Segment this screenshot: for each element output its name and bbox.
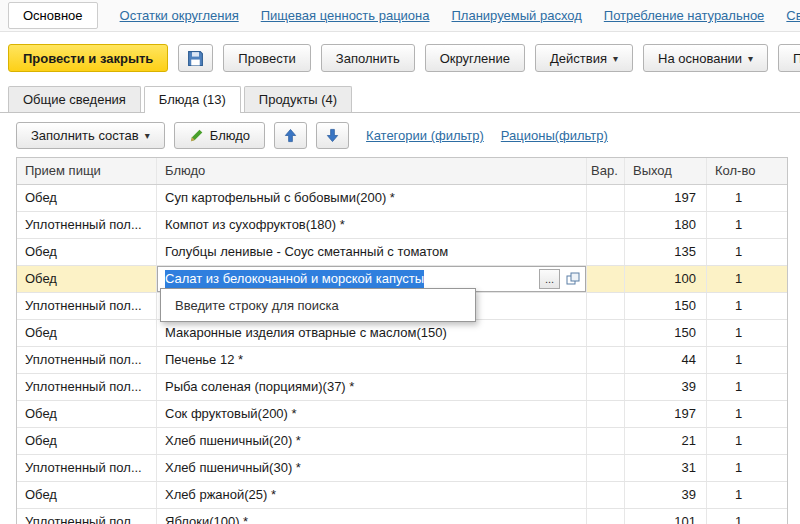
output-cell: 197 xyxy=(625,401,707,427)
dish-select-button[interactable]: ... xyxy=(539,269,560,289)
based-on-button-label: На основании xyxy=(658,51,742,66)
based-on-button[interactable]: На основании ▾ xyxy=(643,44,768,72)
nav-link-label: Связанн xyxy=(786,8,800,23)
table-row[interactable]: Уплотненный пол... Яблоки(100) * Яблоки(… xyxy=(17,509,787,524)
dish-cell: Рыба соленая (порциями)(37) * Рыба солен… xyxy=(157,374,587,400)
dish-cell: Сок фруктовый(200) * Сок фруктовый(200) … xyxy=(157,401,587,427)
nav-link-label: Потребление натуральное xyxy=(604,8,765,23)
meal-cell: Обед xyxy=(17,185,157,211)
dishes-table: Прием пищи Блюдо Вар. Выход Кол-во Обед … xyxy=(16,157,788,524)
move-down-button[interactable] xyxy=(316,122,349,149)
products-button[interactable]: Продукты xyxy=(778,44,800,72)
dish-cell: Суп картофельный с бобовыми(200) * Суп к… xyxy=(157,185,587,211)
dish-open-button[interactable] xyxy=(562,269,583,289)
dish-cell: Компот из сухофруктов(180) * Компот из с… xyxy=(157,212,587,238)
table-header: Прием пищи Блюдо Вар. Выход Кол-во xyxy=(17,158,787,185)
table-row[interactable]: Обед Хлеб ржаной(25) * Хлеб ржаной(25) *… xyxy=(17,482,787,509)
column-header-variant[interactable]: Вар. xyxy=(587,158,625,184)
nav-link[interactable]: Пищевая ценность рациона xyxy=(261,8,430,23)
meal-cell: Обед xyxy=(17,482,157,508)
page-tab-label: Продукты (4) xyxy=(259,92,337,107)
dish-cell: Хлеб ржаной(25) * Хлеб ржаной(25) * ... xyxy=(157,482,587,508)
move-up-button[interactable] xyxy=(274,122,307,149)
dish-label: Голубцы ленивые - Соус сметанный с томат… xyxy=(165,244,448,259)
meal-cell: Уплотненный пол... xyxy=(17,347,157,373)
meal-cell: Обед xyxy=(17,266,157,292)
output-cell: 21 xyxy=(625,428,707,454)
section-nav: Основное Остатки округления Пищевая ценн… xyxy=(0,0,800,32)
save-icon xyxy=(187,50,204,67)
dish-label: Сок фруктовый(200) * xyxy=(165,406,297,421)
dishes-toolbar: Заполнить состав ▾ Блюдо Категории (филь… xyxy=(0,113,800,157)
output-cell: 100 xyxy=(625,266,707,292)
fill-composition-button[interactable]: Заполнить состав ▾ xyxy=(16,122,165,149)
variant-cell xyxy=(587,239,625,265)
variant-cell xyxy=(587,509,625,524)
qty-cell: 1 xyxy=(707,401,787,427)
table-body: Обед Суп картофельный с бобовыми(200) * … xyxy=(17,185,787,524)
nav-link[interactable]: Потребление натуральное xyxy=(604,8,765,23)
search-dropdown[interactable]: Введите строку для поиска xyxy=(160,288,476,322)
output-cell: 135 xyxy=(625,239,707,265)
variant-cell xyxy=(587,266,625,292)
meal-cell: Обед xyxy=(17,401,157,427)
qty-cell: 1 xyxy=(707,185,787,211)
dish-cell: Голубцы ленивые - Соус сметанный с томат… xyxy=(157,239,587,265)
output-cell: 150 xyxy=(625,320,707,346)
rations-filter-link[interactable]: Рационы(фильтр) xyxy=(501,128,608,143)
table-row[interactable]: Обед Сок фруктовый(200) * Сок фруктовый(… xyxy=(17,401,787,428)
column-header-meal[interactable]: Прием пищи xyxy=(17,158,157,184)
nav-link-label: Основное xyxy=(23,8,83,23)
pencil-icon xyxy=(189,128,204,143)
page-tab[interactable]: Блюда (13) xyxy=(144,86,241,113)
post-button[interactable]: Провести xyxy=(223,44,311,72)
table-row[interactable]: Уплотненный пол... Печенье 12 * Печенье … xyxy=(17,347,787,374)
column-header-output[interactable]: Выход xyxy=(625,158,707,184)
dish-label: Суп картофельный с бобовыми(200) * xyxy=(165,190,395,205)
meal-cell: Уплотненный пол... xyxy=(17,374,157,400)
dish-cell: Хлеб пшеничный(30) * Хлеб пшеничный(30) … xyxy=(157,455,587,481)
dish-label: Яблоки(100) * xyxy=(165,514,248,524)
table-row[interactable]: Обед Голубцы ленивые - Соус сметанный с … xyxy=(17,239,787,266)
table-row[interactable]: Обед Макаронные изделия отварные с масло… xyxy=(17,320,787,347)
fill-button[interactable]: Заполнить xyxy=(321,44,415,72)
page-tab[interactable]: Общие сведения xyxy=(8,86,141,112)
qty-cell: 1 xyxy=(707,374,787,400)
dish-label: Хлеб ржаной(25) * xyxy=(165,487,276,502)
save-button[interactable] xyxy=(178,44,213,72)
variant-cell xyxy=(587,320,625,346)
qty-cell: 1 xyxy=(707,428,787,454)
nav-link[interactable]: Планируемый расход xyxy=(452,8,582,23)
categories-filter-link[interactable]: Категории (фильтр) xyxy=(366,128,484,143)
nav-link-label: Пищевая ценность рациона xyxy=(261,8,430,23)
column-header-dish[interactable]: Блюдо xyxy=(157,158,587,184)
qty-cell: 1 xyxy=(707,239,787,265)
chevron-down-icon: ▾ xyxy=(613,53,618,64)
table-row[interactable]: Обед Хлеб пшеничный(20) * Хлеб пшеничный… xyxy=(17,428,787,455)
dish-label: Печенье 12 * xyxy=(165,352,243,367)
page-tabs: Общие сведения Блюда (13) Продукты (4) xyxy=(0,86,800,113)
meal-cell: Уплотненный пол... xyxy=(17,455,157,481)
meal-cell: Уплотненный пол... xyxy=(17,293,157,319)
table-row[interactable]: Уплотненный пол... Хлеб пшеничный(30) * … xyxy=(17,455,787,482)
page-tab[interactable]: Продукты (4) xyxy=(244,86,352,112)
table-row[interactable]: Уплотненный пол... Рыба соленая (порциям… xyxy=(17,374,787,401)
open-form-icon xyxy=(566,272,580,286)
actions-button[interactable]: Действия ▾ xyxy=(535,44,633,72)
output-cell: 197 xyxy=(625,185,707,211)
nav-link[interactable]: Остатки округления xyxy=(120,8,239,23)
dish-cell: Яблоки(100) * Яблоки(100) * ... xyxy=(157,509,587,524)
dish-edit-button[interactable]: Блюдо xyxy=(174,122,265,149)
dish-label: Компот из сухофруктов(180) * xyxy=(165,217,345,232)
table-row[interactable]: Обед Суп картофельный с бобовыми(200) * … xyxy=(17,185,787,212)
column-header-qty[interactable]: Кол-во xyxy=(707,158,787,184)
post-and-close-button[interactable]: Провести и закрыть xyxy=(8,44,168,72)
qty-cell: 1 xyxy=(707,320,787,346)
nav-link[interactable]: Основное xyxy=(8,2,98,29)
app-window: Основное Остатки округления Пищевая ценн… xyxy=(0,0,800,524)
nav-link[interactable]: Связанн xyxy=(786,8,800,23)
qty-cell: 1 xyxy=(707,509,787,524)
table-row[interactable]: Уплотненный пол... Компот из сухофруктов… xyxy=(17,212,787,239)
meal-cell: Уплотненный пол... xyxy=(17,509,157,524)
rounding-button[interactable]: Округление xyxy=(425,44,525,72)
